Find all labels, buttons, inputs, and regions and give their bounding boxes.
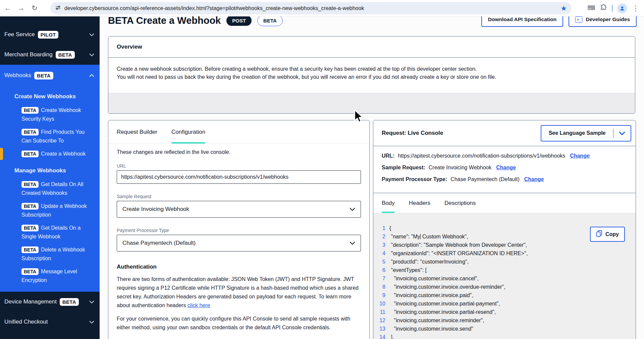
line-number: 6 [378, 266, 385, 274]
sidebar-item-merchant-boarding[interactable]: Merchant BoardingBETA [0, 45, 100, 65]
chevron-down-icon [89, 300, 94, 303]
line-number: 11 [378, 308, 385, 316]
tab-headers[interactable]: Headers [409, 193, 430, 213]
copy-button[interactable]: Copy [590, 227, 625, 242]
badge-beta: BETA [60, 298, 79, 306]
back-icon[interactable]: ← [2, 2, 13, 14]
code-line-8: 8 "invoicing.customer.invoice.overdue-re… [378, 283, 636, 291]
webhooks-groups: Create New WebhooksBETACreate Webhook Se… [0, 89, 100, 286]
tab-configuration[interactable]: Configuration [171, 120, 205, 144]
chevron-up-icon [89, 74, 94, 77]
sidebar-item-create-a-webhook[interactable]: BETACreate a Webhook [0, 148, 100, 160]
code-line-5: 5 "productId": "customerInvoicing", [378, 258, 636, 266]
copy-icon [596, 230, 602, 239]
sidebar-item-unified-checkout[interactable]: Unified Checkout [0, 312, 100, 332]
profile-avatar[interactable] [617, 3, 627, 13]
badge-pilot: PILOT [38, 31, 59, 39]
http-method-badge: POST [226, 16, 252, 26]
sidebar-item-label: Unified Checkout [4, 319, 48, 325]
code-line-10: 10 "invoicing.customer.invoice.partial-p… [378, 299, 636, 308]
sidebar-item-message-level-encryption[interactable]: BETAMessage Level Encryption [0, 265, 100, 286]
extensions-icon[interactable] [600, 4, 607, 12]
chevron-down-icon [350, 241, 355, 245]
change-link[interactable]: Change [570, 153, 590, 159]
beta-badge: BETA [21, 268, 39, 275]
console-row-url: URL:https://apitest.cybersource.com/noti… [382, 153, 627, 159]
line-text: "invoicing.customer.invoice.overdue-remi… [389, 283, 505, 291]
payment-processor-select[interactable]: Chase Paymentech (Default) [117, 235, 361, 251]
line-text: "invoicing.customer.invoice.partial-rese… [389, 308, 496, 316]
text-caret [420, 234, 421, 239]
sidebar-item-label: Device Management [4, 298, 57, 305]
line-text: "productId": "customerInvoicing", [389, 258, 469, 266]
reload-icon[interactable]: ↻ [29, 2, 40, 14]
url-text: developer.cybersource.com/api-reference-… [64, 5, 558, 11]
row-value: https://apitest.cybersource.com/notifica… [398, 153, 565, 159]
beta-badge: BETA [21, 181, 39, 188]
request-builder-card: Request BuilderConfiguration These chang… [108, 120, 370, 339]
sidebar-item-account-updater[interactable]: Account Updater [0, 332, 100, 339]
sidebar: Fee ServicePILOTMerchant BoardingBETA We… [0, 16, 100, 339]
line-number: 13 [378, 325, 385, 333]
line-text: "eventTypes": [ [389, 266, 427, 274]
beta-badge: BETA [21, 225, 39, 231]
see-language-sample-button[interactable]: See Language Sample [541, 125, 631, 142]
url-input[interactable] [117, 170, 361, 184]
beta-badge: BETA [21, 107, 39, 114]
sidebar-group-title-manage-webhooks: Manage Webhooks [0, 163, 100, 178]
sidebar-item-delete-a-webhook-subscription[interactable]: BETADelete a Webhook Subscription [0, 243, 100, 265]
forward-icon[interactable]: → [15, 2, 27, 14]
console-summary-rows: URL:https://apitest.cybersource.com/noti… [373, 146, 636, 193]
address-bar[interactable]: developer.cybersource.com/api-reference-… [50, 2, 572, 14]
console-row-sample-request: Sample Request:Create Invoicing WebhookC… [382, 165, 627, 171]
sidebar-item-get-details-on-a-single-webhook[interactable]: BETAGet Details On a Single Webhook [0, 222, 100, 243]
header-buttons: Download API Specification >_ Developer … [481, 16, 637, 27]
click-here-link[interactable]: click here [187, 302, 210, 308]
beta-badge: BETA [21, 129, 39, 135]
browser-actions: ⋮ [587, 0, 641, 16]
line-number: 2 [378, 232, 385, 241]
line-text: "description": "Sample Webhook from Deve… [389, 241, 527, 249]
sidebar-item-fee-service[interactable]: Fee ServicePILOT [0, 24, 100, 45]
site-info-icon[interactable] [55, 5, 61, 12]
tab-body[interactable]: Body [382, 193, 395, 213]
overview-line: You will not need to pass us back the ke… [117, 73, 627, 81]
console-header: Request: Live Console See Language Sampl… [373, 120, 636, 146]
code-editor[interactable]: Copy 1{2 "name": "My Custom Webhook",3 "… [373, 213, 636, 339]
sidebar-item-webhooks[interactable]: Webhooks BETA [0, 65, 100, 86]
beta-badge: BETA [34, 72, 53, 79]
chevron-down-icon [89, 53, 94, 56]
bookmark-star-icon[interactable]: ★ [560, 4, 567, 12]
authentication-heading: Authentication [117, 264, 361, 270]
chevron-down-icon [89, 321, 94, 324]
line-number: 12 [378, 316, 385, 325]
developer-guides-button[interactable]: >_ Developer Guides [569, 16, 637, 27]
terminal-icon: >_ [575, 16, 582, 23]
console-tabs: BodyHeadersDescriptions [373, 193, 636, 213]
overview-card: Overview Create a new webhook subscripti… [108, 36, 635, 114]
code-line-11: 11 "invoicing.customer.invoice.partial-r… [378, 308, 636, 316]
line-text: { [389, 224, 391, 232]
browser-menu-icon[interactable]: ⋮ [630, 3, 641, 14]
payment-card-icon[interactable] [587, 5, 595, 12]
sample-request-select[interactable]: Create Invoicing Webhook [117, 201, 361, 218]
change-link[interactable]: Change [524, 176, 544, 182]
tab-descriptions[interactable]: Descriptions [444, 193, 476, 213]
sidebar-item-get-details-on-all-created-webhooks[interactable]: BETAGet Details On All Created Webhooks [0, 178, 100, 199]
line-text: "invoicing.customer.invoice.reminder", [389, 316, 484, 325]
sidebar-item-device-management[interactable]: Device ManagementBETA [0, 292, 100, 312]
console-row-payment-processor-type: Payment Processor Type:Chase Paymentech … [382, 176, 627, 182]
sidebar-item-update-a-webhook-subscription[interactable]: BETAUpdate a Webhook Subscription [0, 200, 100, 221]
sidebar-item-label: Create a Webhook [41, 151, 86, 157]
tab-request-builder[interactable]: Request Builder [117, 120, 157, 144]
console-title: Request: Live Console [382, 130, 443, 136]
sidebar-item-label: Webhooks [4, 72, 31, 79]
code-line-3: 3 "description": "Sample Webhook from De… [378, 241, 636, 249]
sidebar-item-find-products-you-can-subscribe-to[interactable]: BETAFind Products You Can Subscribe To [0, 126, 100, 147]
sidebar-item-create-webhook-security-keys[interactable]: BETACreate Webhook Security Keys [0, 104, 100, 125]
line-number: 9 [378, 291, 385, 299]
change-link[interactable]: Change [496, 165, 516, 171]
builder-note: These changes are reflected in the live … [117, 149, 361, 155]
download-api-spec-button[interactable]: Download API Specification [481, 16, 563, 27]
badge-beta: BETA [56, 51, 75, 59]
